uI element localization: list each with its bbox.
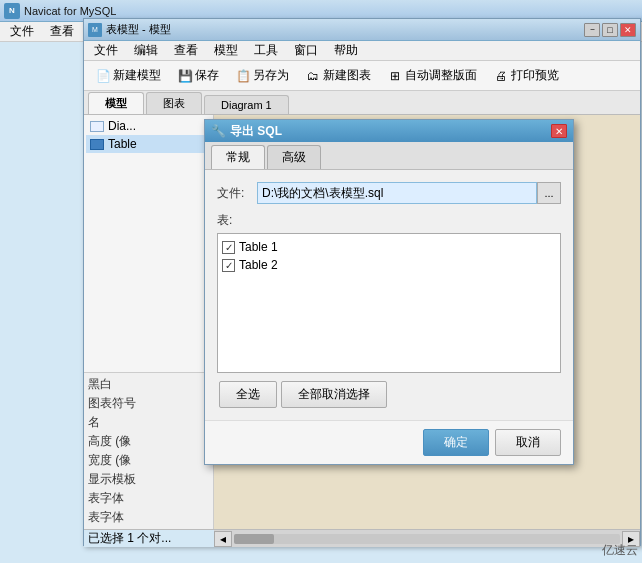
- prop-blackwhite: 黑白: [88, 375, 209, 394]
- dialog-titlebar-left: 🔧 导出 SQL: [211, 123, 282, 140]
- tab-model[interactable]: 模型: [88, 92, 144, 114]
- new-model-icon: 📄: [95, 68, 111, 84]
- table-list-item-1[interactable]: Table 1: [222, 238, 556, 256]
- save-icon: 💾: [177, 68, 193, 84]
- table-item-icon: [90, 139, 104, 150]
- left-panel-dia-label: Dia...: [108, 119, 136, 133]
- new-diagram-icon: 🗂: [305, 68, 321, 84]
- horizontal-scrollbar[interactable]: ◂ ▸: [214, 529, 640, 547]
- menu-file[interactable]: 文件: [2, 21, 42, 42]
- save-as-label: 另存为: [253, 67, 289, 84]
- menu-view[interactable]: 查看: [42, 21, 82, 42]
- table2-name: Table 2: [239, 258, 278, 272]
- watermark: 亿速云: [602, 542, 638, 559]
- save-label: 保存: [195, 67, 219, 84]
- print-preview-label: 打印预览: [511, 67, 559, 84]
- scroll-left-button[interactable]: ◂: [214, 531, 232, 547]
- prop-height: 高度 (像: [88, 432, 209, 451]
- status-bar: 已选择 1 个对...: [84, 529, 214, 547]
- diagram-item-icon: [90, 121, 104, 132]
- dialog-content: 文件: ... 表: Table 1 Table 2: [205, 170, 573, 420]
- minimize-button[interactable]: －: [584, 23, 600, 37]
- new-diagram-label: 新建图表: [323, 67, 371, 84]
- left-panel-item-table[interactable]: Table: [86, 135, 211, 153]
- table-list: Table 1 Table 2: [217, 233, 561, 373]
- table-section-label: 表:: [217, 212, 561, 229]
- menu-help[interactable]: 帮助: [326, 40, 366, 61]
- dialog-tab-general[interactable]: 常规: [211, 145, 265, 169]
- dialog-titlebar: 🔧 导出 SQL ✕: [205, 120, 573, 142]
- inner-window-title: 表模型 - 模型: [106, 22, 171, 37]
- prop-width: 宽度 (像: [88, 451, 209, 470]
- confirm-button[interactable]: 确定: [423, 429, 489, 456]
- menu-model[interactable]: 模型: [206, 40, 246, 61]
- menu-window[interactable]: 窗口: [286, 40, 326, 61]
- export-sql-dialog: 🔧 导出 SQL ✕ 常规 高级 文件: ... 表:: [204, 119, 574, 465]
- menu-file-inner[interactable]: 文件: [86, 40, 126, 61]
- dialog-close-button[interactable]: ✕: [551, 124, 567, 138]
- navicat-icon: N: [4, 3, 20, 19]
- scroll-thumb[interactable]: [234, 534, 274, 544]
- tab-bar: 模型 图表 Diagram 1: [84, 91, 640, 115]
- table-list-item-2[interactable]: Table 2: [222, 256, 556, 274]
- select-all-button[interactable]: 全选: [219, 381, 277, 408]
- watermark-text: 亿速云: [602, 543, 638, 557]
- save-as-icon: 📋: [235, 68, 251, 84]
- print-preview-icon: 🖨: [493, 68, 509, 84]
- left-panel-item-dia[interactable]: Dia...: [86, 117, 211, 135]
- left-panel: Dia... Table 黑白 图表符号 名 高度 (像 宽度 (像 显示模板 …: [84, 115, 214, 529]
- auto-adjust-label: 自动调整版面: [405, 67, 477, 84]
- dialog-footer: 确定 取消: [205, 420, 573, 464]
- tab-diagram[interactable]: 图表: [146, 92, 202, 114]
- titlebar-buttons: － □ ✕: [584, 23, 636, 37]
- dialog-tab-bar: 常规 高级: [205, 142, 573, 170]
- menu-edit[interactable]: 编辑: [126, 40, 166, 61]
- menu-tools[interactable]: 工具: [246, 40, 286, 61]
- inner-titlebar: M 表模型 - 模型 － □ ✕: [84, 19, 640, 41]
- auto-adjust-icon: ⊞: [387, 68, 403, 84]
- menu-view-inner[interactable]: 查看: [166, 40, 206, 61]
- tab-diagram1[interactable]: Diagram 1: [204, 95, 289, 114]
- scroll-track: [234, 534, 620, 544]
- toolbar: 📄 新建模型 💾 保存 📋 另存为 🗂 新建图表 ⊞ 自动调整版面 🖨 打: [84, 61, 640, 91]
- maximize-button[interactable]: □: [602, 23, 618, 37]
- deselect-all-button[interactable]: 全部取消选择: [281, 381, 387, 408]
- print-preview-button[interactable]: 🖨 打印预览: [486, 64, 566, 87]
- inner-menu-bar: 文件 编辑 查看 模型 工具 窗口 帮助: [84, 41, 640, 61]
- save-as-button[interactable]: 📋 另存为: [228, 64, 296, 87]
- dialog-tab-advanced[interactable]: 高级: [267, 145, 321, 169]
- file-row: 文件: ...: [217, 182, 561, 204]
- prop-name: 名: [88, 413, 209, 432]
- prop-table-font2: 表字体: [88, 508, 209, 527]
- file-input[interactable]: [257, 182, 537, 204]
- file-label: 文件:: [217, 185, 257, 202]
- new-model-button[interactable]: 📄 新建模型: [88, 64, 168, 87]
- left-panel-table-label: Table: [108, 137, 137, 151]
- save-button[interactable]: 💾 保存: [170, 64, 226, 87]
- close-button[interactable]: ✕: [620, 23, 636, 37]
- dialog-title: 导出 SQL: [230, 123, 282, 140]
- inner-window: M 表模型 - 模型 － □ ✕ 文件 编辑 查看 模型 工具 窗口 帮助 📄 …: [83, 18, 641, 546]
- new-model-label: 新建模型: [113, 67, 161, 84]
- status-text: 已选择 1 个对...: [88, 530, 171, 547]
- auto-adjust-button[interactable]: ⊞ 自动调整版面: [380, 64, 484, 87]
- prop-table-font: 表字体: [88, 489, 209, 508]
- cancel-button[interactable]: 取消: [495, 429, 561, 456]
- app-window: N Navicat for MySQL 文件 查看 M 表模型 - 模型 － □…: [0, 0, 642, 563]
- inner-titlebar-left: M 表模型 - 模型: [88, 22, 171, 37]
- prop-show-template: 显示模板: [88, 470, 209, 489]
- table2-checkbox[interactable]: [222, 259, 235, 272]
- sql-export-icon: 🔧: [211, 124, 226, 138]
- inner-window-icon: M: [88, 23, 102, 37]
- new-diagram-button[interactable]: 🗂 新建图表: [298, 64, 378, 87]
- prop-diagram-symbol: 图表符号: [88, 394, 209, 413]
- props-panel: 黑白 图表符号 名 高度 (像 宽度 (像 显示模板 表字体 表字体: [84, 372, 213, 529]
- table1-checkbox[interactable]: [222, 241, 235, 254]
- select-buttons-row: 全选 全部取消选择: [217, 381, 561, 408]
- app-title: Navicat for MySQL: [24, 5, 116, 17]
- table1-name: Table 1: [239, 240, 278, 254]
- browse-button[interactable]: ...: [537, 182, 561, 204]
